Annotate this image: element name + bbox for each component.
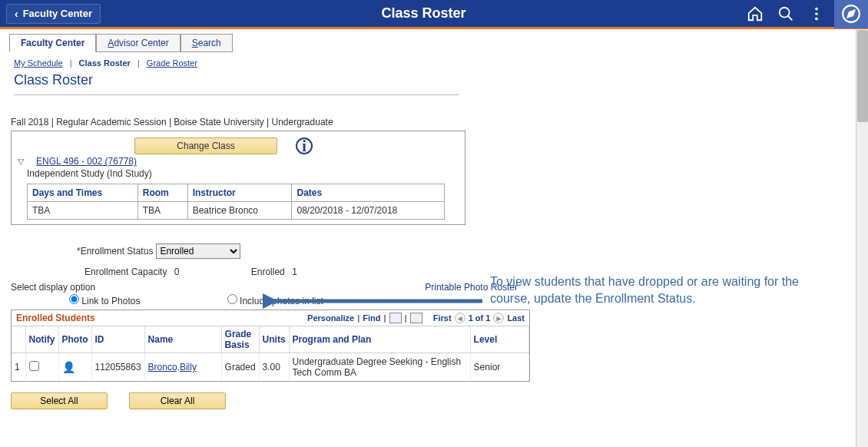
enrollment-status-row: *Enrollment Status Enrolled [77, 243, 856, 259]
cell-dates: 08/20/2018 - 12/07/2018 [292, 202, 445, 220]
cell-days: TBA [28, 202, 138, 220]
cell-id: 112055863 [91, 353, 144, 382]
breadcrumb-my-schedule[interactable]: My Schedule [14, 58, 63, 68]
select-all-button[interactable]: Select All [11, 392, 108, 409]
annotation-text: To view students that have dropped or ar… [490, 273, 805, 306]
top-banner: ‹ Faculty Center Class Roster [0, 0, 868, 29]
cell-level: Senior [470, 353, 528, 382]
col-room: Room [137, 184, 187, 202]
tab-advisor-center[interactable]: Advisor Center [96, 34, 180, 52]
roster-table-wrap: Enrolled Students Personalize | Find | |… [11, 310, 530, 382]
compass-button[interactable] [834, 0, 868, 28]
change-class-button[interactable]: Change Class [134, 137, 277, 154]
col-grade-basis[interactable]: Grade Basis [221, 326, 259, 353]
col-photo[interactable]: Photo [58, 326, 91, 353]
cell-units: 3.00 [259, 353, 289, 382]
breadcrumb-grade-roster[interactable]: Grade Roster [147, 58, 197, 68]
page-heading: Class Roster [14, 72, 459, 95]
svg-line-1 [788, 15, 793, 20]
breadcrumb-class-roster: Class Roster [79, 58, 131, 68]
col-notify[interactable]: Notify [25, 326, 58, 353]
enrollment-status-select[interactable]: Enrolled [156, 243, 240, 259]
roster-tools: Personalize | Find | | First ◄ 1 of 1 ► … [307, 313, 525, 323]
col-name[interactable]: Name [144, 326, 221, 353]
first-label[interactable]: First [433, 313, 452, 323]
zoom-icon[interactable] [389, 313, 402, 323]
cell-instructor: Beatrice Bronco [187, 202, 292, 220]
tab-search[interactable]: Search [181, 34, 233, 52]
enrolled-label: Enrolled [251, 267, 285, 277]
annotation-arrow-icon [263, 292, 485, 310]
photo-icon[interactable]: 👤 [62, 361, 75, 373]
home-icon[interactable] [747, 5, 764, 22]
col-days: Days and Times [28, 184, 138, 202]
clear-all-button[interactable]: Clear All [129, 392, 226, 409]
enrolled-value: 1 [292, 267, 297, 277]
notify-checkbox[interactable] [29, 361, 39, 371]
svg-point-0 [780, 7, 790, 17]
col-level[interactable]: Level [470, 326, 528, 353]
personalize-link[interactable]: Personalize [307, 313, 354, 323]
svg-point-3 [815, 12, 818, 15]
col-units[interactable]: Units [259, 326, 289, 353]
grid-icon[interactable] [410, 313, 422, 323]
col-dates: Dates [292, 184, 445, 202]
compass-icon [841, 4, 861, 24]
svg-point-2 [815, 7, 818, 10]
student-name-link[interactable]: Bronco,Billy [148, 362, 197, 372]
svg-point-4 [815, 17, 818, 20]
cell-room: TBA [137, 202, 187, 220]
radio-link-photos[interactable]: Link to Photos [69, 296, 140, 306]
roster-title: Enrolled Students [16, 313, 95, 323]
cell-grade-basis: Graded [221, 353, 259, 382]
chevron-left-icon: ‹ [15, 8, 18, 20]
prev-arrow-icon[interactable]: ◄ [455, 313, 465, 323]
last-label[interactable]: Last [507, 313, 525, 323]
col-id[interactable]: ID [91, 326, 144, 353]
enrollment-status-label: *Enrollment Status [77, 246, 153, 257]
search-icon[interactable] [777, 5, 794, 22]
class-description: Independent Study (Ind Study) [27, 168, 459, 179]
roster-row: 1 👤 112055863 Bronco,Billy Graded 3.00 U… [12, 353, 529, 382]
class-link[interactable]: ENGL 496 - 002 (76778) [36, 156, 137, 167]
banner-icons [747, 5, 834, 22]
row-num: 1 [12, 353, 25, 382]
tab-faculty-center[interactable]: Faculty Center [9, 34, 96, 52]
capacity-label: Enrollment Capacity [84, 267, 167, 277]
banner-title: Class Roster [101, 5, 747, 22]
tab-bar: Faculty Center Advisor Center Search [9, 34, 856, 52]
display-option-header: Select display option [11, 282, 95, 293]
vertical-scrollbar[interactable] [856, 29, 868, 447]
col-instructor: Instructor [187, 184, 292, 202]
breadcrumb: My Schedule | Class Roster | Grade Roste… [14, 58, 856, 68]
roster-header: Enrolled Students Personalize | Find | |… [12, 310, 529, 326]
capacity-value: 0 [174, 267, 180, 277]
expand-icon[interactable]: ▽ [18, 157, 24, 166]
schedule-table: Days and Times Room Instructor Dates TBA… [27, 184, 445, 220]
roster-table: Notify Photo ID Name Grade Basis Units P… [12, 326, 529, 381]
schedule-row: TBA TBA Beatrice Bronco 08/20/2018 - 12/… [28, 202, 445, 220]
term-line: Fall 2018 | Regular Academic Session | B… [11, 117, 856, 127]
back-label: Faculty Center [23, 8, 92, 19]
class-box: Change Class i ▽ENGL 496 - 002 (76778) I… [11, 131, 465, 225]
next-arrow-icon[interactable]: ► [493, 313, 504, 323]
pager-text: 1 of 1 [469, 313, 491, 323]
back-button[interactable]: ‹ Faculty Center [6, 4, 101, 24]
info-icon[interactable]: i [296, 137, 313, 154]
cell-program: Undergraduate Degree Seeking - English T… [289, 353, 470, 382]
col-program[interactable]: Program and Plan [289, 326, 470, 353]
find-link[interactable]: Find [363, 313, 380, 323]
button-row: Select All Clear All [11, 392, 856, 409]
menu-icon[interactable] [808, 5, 825, 22]
